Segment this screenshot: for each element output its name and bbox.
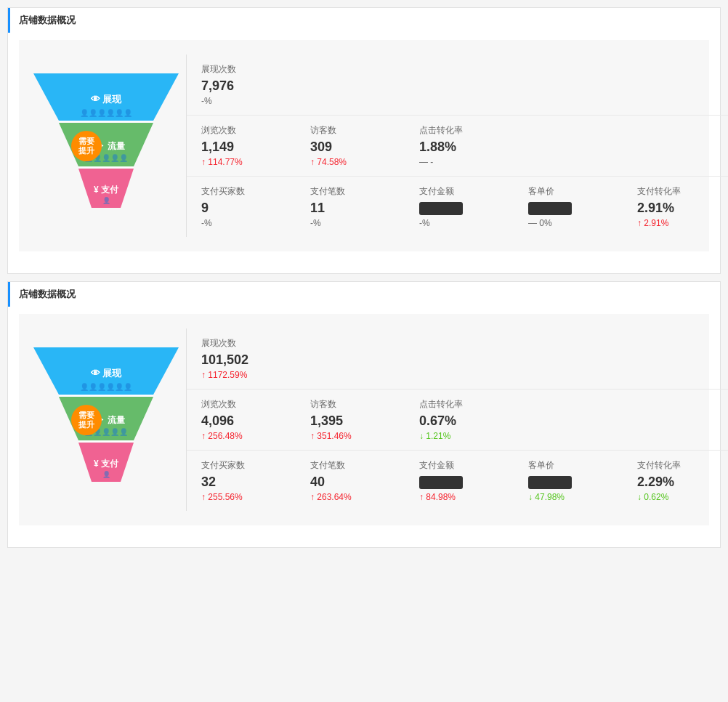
- stat-value-display: 32: [201, 475, 288, 490]
- stat-item: 访客数 1,395 ↑ 351.46%: [310, 398, 397, 441]
- stat-label: 支付金额: [419, 185, 506, 198]
- stat-value: 40: [310, 475, 325, 489]
- stat-value-display: 0.67%: [419, 413, 506, 429]
- svg-text:¥ 支付: ¥ 支付: [94, 459, 119, 469]
- stat-change: -%: [310, 218, 397, 228]
- stat-change: ↓ 1.21%: [419, 431, 506, 441]
- section-header: 店铺数据概况: [8, 8, 720, 33]
- section-wrapper: 店铺数据概况 👁 展现 ▶ 流量 👤👤👤👤👤 ¥ 支付: [7, 7, 721, 274]
- stat-change: — -: [419, 157, 506, 167]
- stat-value: 4,096: [201, 413, 234, 428]
- stat-value-display: 1,149: [201, 140, 288, 155]
- stat-label: 支付转化率: [637, 185, 724, 198]
- stat-row: 展现次数 7,976 -% ‹: [187, 55, 728, 116]
- svg-text:👁 展现: 👁 展现: [91, 94, 123, 105]
- stat-item: 支付转化率 2.29% ↓ 0.62%: [637, 459, 724, 502]
- stat-row: 展现次数 101,502 ↑ 1172.59% ‹: [187, 328, 728, 390]
- stat-value-display: 309: [310, 140, 397, 155]
- stat-value-display: 1,395: [310, 413, 397, 429]
- stat-item: 点击转化率 0.67% ↓ 1.21%: [419, 398, 506, 441]
- stat-value-display: 7,976: [201, 78, 288, 94]
- stat-value-display: [419, 201, 506, 216]
- stat-change: ↑ 351.46%: [310, 431, 397, 441]
- stat-item: 浏览次数 4,096 ↑ 256.48%: [201, 398, 288, 441]
- stat-item: 展现次数 7,976 -%: [201, 63, 288, 106]
- stat-change: -%: [201, 96, 288, 106]
- stat-value-display: [528, 475, 615, 490]
- stat-label: 访客数: [310, 398, 397, 411]
- section-content: 👁 展现 ▶ 流量 👤👤👤👤👤 ¥ 支付 👤 👤👤👤👤👤👤 需要: [19, 314, 709, 525]
- badge-xuyao: 需要 提升: [71, 405, 102, 435]
- stat-label: 展现次数: [201, 337, 288, 350]
- stat-label: 支付笔数: [310, 185, 397, 198]
- stat-item: 支付笔数 11 -%: [310, 185, 397, 228]
- stat-change: ↓ 0.62%: [637, 492, 724, 502]
- stat-label: 展现次数: [201, 63, 288, 76]
- stat-label: 访客数: [310, 124, 397, 137]
- blurred-value: [528, 202, 572, 215]
- stat-item: 浏览次数 1,149 ↑ 114.77%: [201, 124, 288, 167]
- stat-label: 浏览次数: [201, 398, 288, 411]
- section-title: 店铺数据概况: [19, 288, 76, 301]
- stat-item: 支付转化率 2.91% ↑ 2.91%: [637, 185, 724, 228]
- stat-value: 1,149: [201, 140, 234, 154]
- stat-label: 浏览次数: [201, 124, 288, 137]
- stat-item: 支付金额 ↑ 84.98%: [419, 459, 506, 502]
- stat-item: 客单价 — 0%: [528, 185, 615, 228]
- stat-row: 浏览次数 4,096 ↑ 256.48% 访客数 1,395 ↑ 351.46%…: [187, 390, 728, 451]
- stat-value: 7,976: [201, 78, 234, 93]
- stat-label: 客单价: [528, 185, 615, 198]
- stat-value-display: 40: [310, 475, 397, 490]
- blurred-value: [419, 202, 463, 215]
- stat-value: 101,502: [201, 352, 248, 367]
- badge-xuyao: 需要 提升: [71, 131, 102, 161]
- stat-value: 1,395: [310, 413, 343, 428]
- stat-value: 2.91%: [637, 201, 674, 215]
- blurred-value: [528, 476, 572, 489]
- stat-change: ↑ 263.64%: [310, 492, 397, 502]
- stat-row: 浏览次数 1,149 ↑ 114.77% 访客数 309 ↑ 74.58% 点击…: [187, 116, 728, 177]
- stat-item: 访客数 309 ↑ 74.58%: [310, 124, 397, 167]
- section-header: 店铺数据概况: [8, 282, 720, 307]
- svg-text:¥ 支付: ¥ 支付: [94, 185, 119, 195]
- stat-label: 点击转化率: [419, 398, 506, 411]
- stat-change: -%: [201, 218, 288, 228]
- stat-change: ↑ 74.58%: [310, 157, 397, 167]
- stats-area: 展现次数 7,976 -% ‹ 浏览次数 1,149 ↑ 114.77% 访客数…: [186, 55, 728, 237]
- svg-text:👁 展现: 👁 展现: [91, 368, 123, 379]
- stat-item: 展现次数 101,502 ↑ 1172.59%: [201, 337, 288, 380]
- stat-label: 支付笔数: [310, 459, 397, 472]
- stat-value: 2.29%: [637, 475, 674, 489]
- stat-value-display: 11: [310, 201, 397, 216]
- stat-value: 11: [310, 201, 325, 215]
- blurred-value: [419, 476, 463, 489]
- stat-change: ↓ 47.98%: [528, 492, 615, 502]
- svg-text:👤: 👤: [102, 470, 111, 479]
- stat-value-display: 9: [201, 201, 288, 216]
- stat-change: ↑ 256.48%: [201, 431, 288, 441]
- stat-value-display: [419, 475, 506, 490]
- stat-value: 0.67%: [419, 413, 456, 428]
- stat-change: -%: [419, 218, 506, 228]
- stat-item: 支付金额 -%: [419, 185, 506, 228]
- stat-label: 支付金额: [419, 459, 506, 472]
- stat-value-display: 2.29%: [637, 475, 724, 490]
- svg-text:👤👤👤👤👤👤: 👤👤👤👤👤👤: [80, 108, 133, 118]
- stat-value: 1.88%: [419, 140, 456, 154]
- stat-label: 支付买家数: [201, 185, 288, 198]
- funnel-chart: 👁 展现 ▶ 流量 👤👤👤👤👤 ¥ 支付 👤 👤👤👤👤👤👤 需要: [26, 328, 186, 511]
- stat-row: 支付买家数 32 ↑ 255.56% 支付笔数 40 ↑ 263.64% 支付金…: [187, 451, 728, 511]
- svg-text:👤: 👤: [102, 196, 111, 205]
- funnel-chart: 👁 展现 ▶ 流量 👤👤👤👤👤 ¥ 支付 👤 👤👤👤👤👤👤 需要: [26, 55, 186, 237]
- stat-value: 9: [201, 201, 209, 215]
- stat-value: 309: [310, 140, 332, 154]
- stat-row: 支付买家数 9 -% 支付笔数 11 -% 支付金额 -% 客单价 — 0% 支…: [187, 177, 728, 237]
- stat-value-display: 101,502: [201, 352, 288, 368]
- stat-change: ↑ 114.77%: [201, 157, 288, 167]
- stat-value-display: [528, 201, 615, 216]
- stat-change: ↑ 2.91%: [637, 218, 724, 228]
- stat-value-display: 1.88%: [419, 140, 506, 155]
- stat-label: 点击转化率: [419, 124, 506, 137]
- stat-item: 点击转化率 1.88% — -: [419, 124, 506, 167]
- stat-item: 支付买家数 9 -%: [201, 185, 288, 228]
